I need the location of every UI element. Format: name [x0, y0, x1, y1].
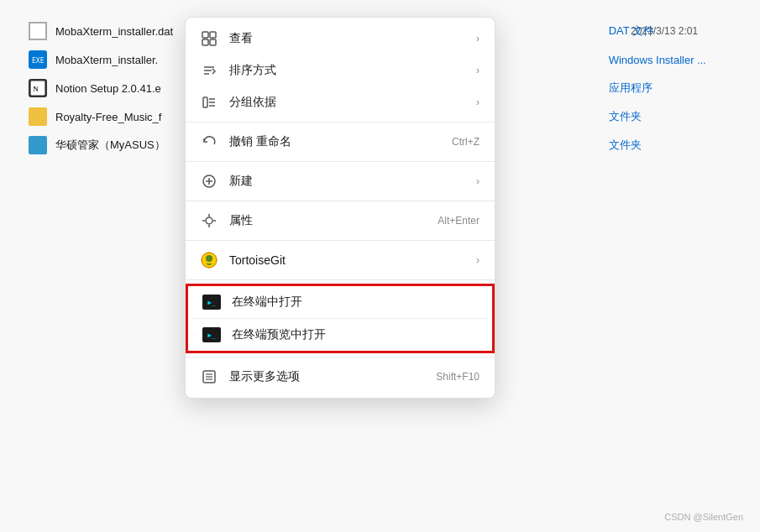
terminal-highlight-group: 在终端中打开 在终端预览中打开	[186, 284, 495, 353]
menu-label-new: 新建	[229, 174, 464, 189]
svg-rect-6	[202, 39, 208, 45]
menu-label-more-options: 显示更多选项	[229, 369, 424, 384]
separator-5	[186, 279, 495, 280]
svg-rect-7	[210, 39, 216, 45]
svg-rect-5	[210, 32, 216, 38]
file-icon-folder-asus	[29, 136, 47, 154]
menu-label-tortoisegit: TortoiseGit	[229, 253, 464, 267]
more-options-icon	[201, 368, 218, 385]
menu-label-undo: 撤销 重命名	[229, 134, 440, 149]
file-icon-folder	[29, 107, 47, 126]
arrow-icon-new: ›	[476, 175, 480, 187]
file-icon-notion: N	[29, 79, 47, 97]
menu-item-tortoisegit[interactable]: TortoiseGit ›	[186, 244, 495, 276]
arrow-icon-view: ›	[476, 33, 480, 44]
tortoise-icon	[201, 252, 218, 269]
type-5: 文件夹	[605, 131, 710, 159]
svg-text:N: N	[33, 85, 39, 93]
svg-text:EXE: EXE	[32, 57, 45, 65]
menu-label-group: 分组依据	[229, 95, 464, 110]
menu-label-open-terminal-preview: 在终端预览中打开	[232, 327, 477, 342]
menu-item-open-terminal-preview[interactable]: 在终端预览中打开	[188, 319, 492, 351]
menu-label-view: 查看	[229, 31, 464, 46]
menu-item-open-terminal[interactable]: 在终端中打开	[188, 286, 492, 318]
menu-item-view[interactable]: 查看 ›	[186, 23, 495, 55]
menu-item-sort[interactable]: 排序方式 ›	[186, 55, 495, 86]
menu-item-new[interactable]: 新建 ›	[186, 165, 495, 197]
menu-item-group[interactable]: 分组依据 ›	[186, 86, 495, 118]
arrow-icon-sort: ›	[476, 65, 480, 76]
menu-item-more-options[interactable]: 显示更多选项 Shift+F10	[186, 361, 495, 393]
new-icon	[201, 173, 218, 190]
separator-1	[186, 122, 495, 123]
svg-rect-4	[202, 32, 208, 38]
context-menu: 查看 › 排序方式 › 分组依据 › 撤销 重命名 Ctrl+Z 新建 ›	[185, 17, 495, 399]
terminal-icon-1	[203, 294, 220, 310]
arrow-icon-tortoisegit: ›	[476, 254, 480, 266]
separator-4	[186, 240, 495, 241]
sort-icon	[201, 62, 218, 79]
type-2: Windows Installer ...	[605, 45, 710, 74]
svg-point-18	[206, 217, 212, 224]
watermark: CSDN @SilentGen	[664, 512, 743, 522]
arrow-icon-group: ›	[476, 96, 480, 108]
separator-3	[186, 201, 495, 201]
type-4: 文件夹	[605, 102, 710, 131]
separator-2	[186, 161, 495, 162]
file-icon-dat	[29, 22, 47, 40]
shortcut-more-options: Shift+F10	[436, 371, 480, 383]
apps-icon	[201, 30, 218, 47]
type-1: DAT 文件	[605, 17, 710, 45]
terminal-icon-2	[203, 326, 220, 343]
shortcut-undo: Ctrl+Z	[452, 136, 480, 148]
group-icon	[201, 94, 218, 111]
svg-point-24	[206, 255, 212, 262]
svg-rect-11	[203, 97, 207, 107]
undo-icon	[201, 133, 218, 150]
properties-icon	[201, 212, 218, 229]
menu-item-properties[interactable]: 属性 Alt+Enter	[186, 205, 495, 237]
shortcut-properties: Alt+Enter	[438, 215, 480, 227]
file-icon-exe: EXE	[29, 50, 47, 69]
right-column: DAT 文件 Windows Installer ... 应用程序 文件夹 文件…	[605, 17, 710, 159]
menu-label-sort: 排序方式	[229, 63, 464, 78]
menu-label-open-terminal: 在终端中打开	[232, 295, 477, 310]
separator-6	[186, 357, 495, 357]
menu-item-undo[interactable]: 撤销 重命名 Ctrl+Z	[186, 126, 495, 158]
type-3: 应用程序	[605, 74, 710, 102]
menu-label-properties: 属性	[229, 213, 426, 228]
